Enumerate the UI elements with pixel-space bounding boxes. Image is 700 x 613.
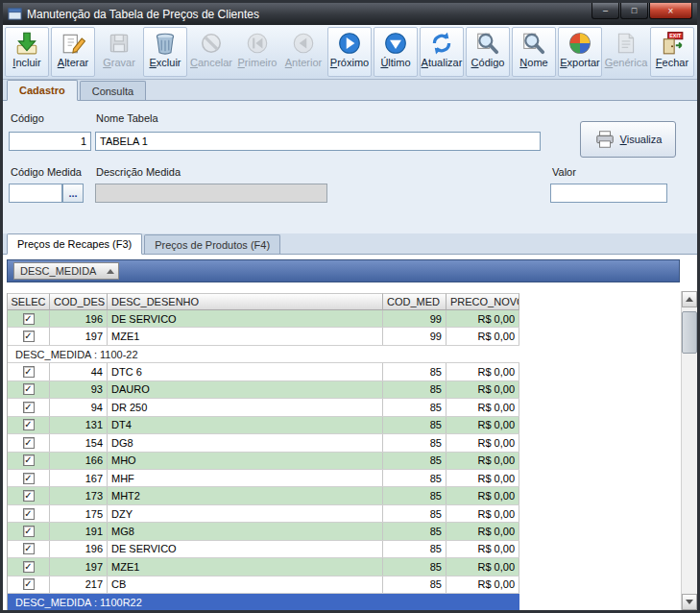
table-row[interactable]: ✓173MHT285R$ 0,00 [8, 487, 519, 504]
toolbar-button-label: Alterar [58, 57, 88, 69]
column-header-selec[interactable]: SELEC [8, 293, 50, 310]
codigo-medida-label: Código Medida [11, 166, 82, 178]
row-checkbox[interactable]: ✓ [23, 508, 35, 520]
row-checkbox[interactable]: ✓ [23, 419, 35, 430]
valor-input[interactable] [550, 184, 667, 203]
selec-cell: ✓ [8, 399, 50, 415]
cod-med-cell: 99 [383, 310, 447, 327]
row-checkbox[interactable]: ✓ [23, 366, 35, 378]
tab-precos-recapes[interactable]: Preços de Recapes (F3) [7, 233, 142, 255]
toolbar-button-codigo[interactable]: Código [466, 27, 510, 77]
row-checkbox[interactable]: ✓ [23, 473, 35, 484]
cod-med-cell: 85 [383, 363, 447, 380]
scroll-down-button[interactable] [682, 594, 697, 610]
cod-med-cell: 85 [383, 541, 447, 557]
tab-cadastro[interactable]: Cadastro [7, 80, 78, 101]
column-header-cod_des[interactable]: COD_DES [50, 293, 108, 310]
cod-des-cell: 131 [50, 417, 108, 433]
desc-desenho-cell: DAURO [108, 381, 383, 398]
table-row[interactable]: ✓166MHO85R$ 0,00 [8, 453, 519, 470]
table-row[interactable]: ✓196DE SERVICO85R$ 0,00 [8, 541, 519, 558]
group-row-selected[interactable]: DESC_MEDIDA : 1100R22 [8, 594, 519, 610]
scroll-up-button[interactable] [682, 291, 697, 307]
scrollbar-track[interactable] [682, 307, 697, 594]
toolbar: Incluir Alterar Gravar Excluir Cancelar … [3, 25, 697, 80]
titlebar[interactable]: Manutenção da Tabela de Preços de Client… [3, 3, 697, 25]
export-icon [567, 29, 592, 57]
group-by-chip[interactable]: DESC_MEDIDA [13, 262, 119, 280]
cod-des-cell: 196 [50, 310, 108, 327]
maximize-button[interactable]: □ [620, 3, 648, 19]
row-checkbox[interactable]: ✓ [23, 490, 35, 502]
toolbar-button-cancelar[interactable]: Cancelar [189, 27, 233, 77]
toolbar-button-proximo[interactable]: Próximo [327, 27, 372, 77]
table-row[interactable]: ✓94DR 25085R$ 0,00 [8, 399, 519, 416]
selec-cell: ✓ [8, 576, 50, 593]
lookup-ellipsis-button[interactable]: ... [62, 184, 84, 203]
table-row[interactable]: ✓196DE SERVICO99R$ 0,00 [8, 310, 519, 328]
table-row[interactable]: ✓175DZY85R$ 0,00 [8, 505, 519, 523]
visualiza-button[interactable]: Visualiza [580, 121, 676, 158]
close-button[interactable]: × [649, 3, 692, 19]
last-record-icon [383, 29, 408, 57]
nome-tabela-input[interactable] [95, 132, 541, 151]
row-checkbox[interactable]: ✓ [23, 437, 35, 449]
toolbar-button-incluir[interactable]: Incluir [5, 27, 49, 77]
row-checkbox[interactable]: ✓ [23, 578, 35, 590]
toolbar-button-label: Próximo [330, 57, 369, 69]
table-row[interactable]: ✓217CB85R$ 0,00 [8, 576, 519, 594]
table-row[interactable]: ✓131DT485R$ 0,00 [8, 417, 519, 434]
cod-med-cell: 85 [383, 505, 447, 522]
window-controls: – □ × [591, 3, 692, 19]
row-checkbox[interactable]: ✓ [23, 331, 35, 342]
toolbar-button-alterar[interactable]: Alterar [51, 27, 95, 77]
toolbar-button-ultimo[interactable]: Último [374, 27, 418, 77]
search-code-icon [475, 29, 500, 57]
row-checkbox[interactable]: ✓ [23, 543, 35, 554]
toolbar-button-generica[interactable]: Genérica [604, 27, 648, 77]
table-row[interactable]: ✓44DTC 685R$ 0,00 [8, 363, 519, 380]
toolbar-button-fechar[interactable]: EXIT Fechar [650, 27, 694, 77]
visualiza-label: Visualiza [620, 134, 663, 145]
table-row[interactable]: ✓197MZE199R$ 0,00 [8, 328, 519, 345]
cod-med-cell: 85 [383, 453, 447, 469]
toolbar-button-primeiro[interactable]: Primeiro [235, 27, 279, 77]
row-checkbox[interactable]: ✓ [23, 526, 35, 537]
minimize-button[interactable]: – [591, 3, 619, 19]
row-checkbox[interactable]: ✓ [23, 454, 35, 466]
vertical-scrollbar[interactable] [681, 291, 697, 610]
nome-tabela-label: Nome Tabela [96, 112, 158, 124]
table-row[interactable]: ✓197MZE185R$ 0,00 [8, 558, 519, 576]
desc-desenho-cell: DZY [108, 505, 383, 522]
row-checkbox[interactable]: ✓ [23, 383, 35, 395]
table-row[interactable]: ✓191MG885R$ 0,00 [8, 523, 519, 540]
column-header-preco_novo[interactable]: PRECO_NOVO [447, 293, 519, 310]
toolbar-button-gravar[interactable]: Gravar [97, 27, 141, 77]
toolbar-button-label: Anterior [285, 57, 323, 69]
table-row[interactable]: ✓93DAURO85R$ 0,00 [8, 381, 519, 399]
row-checkbox[interactable]: ✓ [23, 561, 35, 573]
cod-des-cell: 166 [50, 453, 108, 469]
desc-desenho-cell: DR 250 [108, 399, 383, 415]
row-checkbox[interactable]: ✓ [23, 313, 35, 325]
table-row[interactable]: ✓167MHF85R$ 0,00 [8, 470, 519, 487]
toolbar-button-label: Nome [519, 57, 547, 69]
codigo-medida-input[interactable] [9, 184, 62, 203]
group-row[interactable]: DESC_MEDIDA : 1100-22 [8, 346, 519, 363]
column-header-desc_desenho[interactable]: DESC_DESENHO [108, 293, 383, 310]
toolbar-button-exportar[interactable]: Exportar [558, 27, 602, 77]
toolbar-button-nome[interactable]: Nome [512, 27, 556, 77]
toolbar-button-excluir[interactable]: Excluir [143, 27, 187, 77]
row-checkbox[interactable]: ✓ [23, 402, 35, 413]
table-row[interactable]: ✓154DG885R$ 0,00 [8, 434, 519, 452]
scroll-up-icon [686, 297, 693, 302]
tab-precos-produtos[interactable]: Preços de Produtos (F4) [144, 234, 280, 254]
column-header-cod_med[interactable]: COD_MED [383, 293, 447, 310]
cod-med-cell: 85 [383, 470, 447, 486]
toolbar-button-atualizar[interactable]: Atualizar [420, 27, 464, 77]
tab-consulta[interactable]: Consulta [80, 81, 146, 100]
toolbar-button-anterior[interactable]: Anterior [281, 27, 326, 77]
scrollbar-thumb[interactable] [682, 311, 697, 354]
codigo-input[interactable] [9, 132, 91, 151]
desc-desenho-cell: DE SERVICO [108, 541, 383, 557]
